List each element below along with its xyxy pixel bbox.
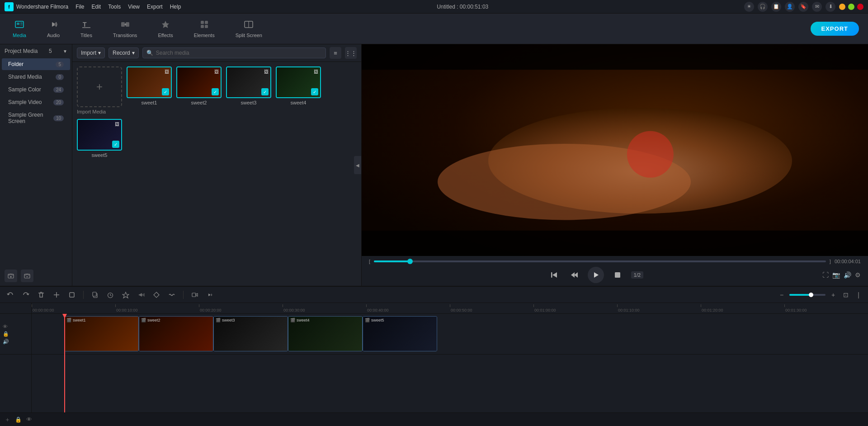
- zoom-out-button[interactable]: −: [777, 290, 787, 300]
- toolbar-split-screen[interactable]: Split Screen: [232, 18, 266, 40]
- track-add-audio[interactable]: [204, 289, 216, 301]
- elements-label: Elements: [194, 33, 215, 38]
- menu-help[interactable]: Help: [170, 4, 181, 10]
- project-media-count: 5: [49, 48, 52, 54]
- media-name-sweet3: sweet3: [241, 100, 257, 105]
- timer-button[interactable]: [104, 289, 116, 301]
- fit-zoom-button[interactable]: ⊡: [841, 290, 851, 300]
- progress-handle[interactable]: [407, 259, 413, 264]
- search-input[interactable]: [156, 50, 322, 56]
- lock-icon[interactable]: 🔒: [15, 417, 22, 423]
- maximize-button[interactable]: [848, 4, 854, 10]
- headphone-icon[interactable]: 🎧: [758, 2, 768, 12]
- add-folder-button[interactable]: [5, 270, 17, 282]
- project-media-header[interactable]: Project Media 5 ▼: [0, 44, 72, 58]
- clip-sweet4[interactable]: 🎬 sweet4: [288, 316, 363, 351]
- mail-icon[interactable]: ✉: [812, 2, 822, 12]
- ruler-mark: 00:01:00:00: [533, 304, 617, 312]
- sidebar-item-shared-media[interactable]: Shared Media 0: [2, 71, 70, 83]
- sample-color-count: 24: [53, 87, 64, 93]
- time-left-bracket: [: [369, 259, 370, 264]
- track-labels: 👁 🔒 🔊: [0, 303, 32, 412]
- delete-button[interactable]: [35, 289, 47, 301]
- screenshot-icon[interactable]: 📷: [832, 271, 840, 279]
- toolbar-audio[interactable]: Audio: [43, 18, 63, 40]
- remove-folder-button[interactable]: [21, 270, 33, 282]
- toolbar-titles[interactable]: T Titles: [77, 18, 96, 40]
- toolbar-media[interactable]: Media: [9, 18, 30, 40]
- progress-bar[interactable]: [374, 260, 826, 262]
- add-track-icon[interactable]: ＋: [5, 416, 10, 424]
- menu-tools[interactable]: Tools: [108, 4, 121, 10]
- clip-label: sweet4: [297, 318, 310, 322]
- export-button[interactable]: EXPORT: [811, 22, 859, 36]
- crop-button[interactable]: [66, 289, 78, 301]
- keyframe-button[interactable]: [151, 289, 162, 301]
- download-icon[interactable]: ⬇: [826, 2, 835, 12]
- split-screen-icon: [244, 19, 254, 31]
- media-panel: Import ▾ Record ▾ 🔍 ≡ ⋮⋮ + Import Media: [72, 44, 362, 286]
- sidebar-footer: [0, 266, 72, 286]
- playhead[interactable]: [64, 314, 65, 412]
- media-item-sweet2[interactable]: 🖼 ✓ sweet2: [176, 66, 222, 114]
- media-item-sweet4[interactable]: 🖼 ✓ sweet4: [276, 66, 321, 114]
- track-eye-icon[interactable]: 👁: [3, 324, 9, 329]
- minimize-button[interactable]: [839, 4, 845, 10]
- cut-button[interactable]: [51, 289, 62, 301]
- sidebar-item-sample-video[interactable]: Sample Video 20: [2, 96, 70, 108]
- sidebar-item-sample-color[interactable]: Sample Color 24: [2, 84, 70, 95]
- speed-button[interactable]: [135, 289, 147, 301]
- zoom-reset-button[interactable]: |: [854, 290, 863, 300]
- magic-button[interactable]: [120, 289, 132, 301]
- menu-export[interactable]: Export: [147, 4, 163, 10]
- zoom-handle[interactable]: [809, 293, 813, 297]
- track-audio-icon[interactable]: 🔊: [3, 339, 9, 345]
- fullscreen-icon[interactable]: ⛶: [822, 271, 829, 279]
- redo-button[interactable]: [20, 289, 32, 301]
- clip-sweet1[interactable]: 🎬 sweet1: [64, 316, 139, 351]
- toolbar-transitions[interactable]: Transitions: [109, 18, 141, 40]
- zoom-slider[interactable]: [789, 294, 826, 296]
- media-item-sweet1[interactable]: 🖼 ✓ sweet1: [127, 66, 172, 114]
- media-item-sweet3[interactable]: 🖼 ✓ sweet3: [226, 66, 271, 114]
- track-add-video[interactable]: [189, 289, 201, 301]
- media-item-sweet5[interactable]: 🖼 ✓ sweet5: [77, 119, 122, 158]
- skip-back-button[interactable]: [548, 269, 561, 281]
- eye-bottom-icon[interactable]: 👁: [26, 416, 32, 423]
- toolbar-elements[interactable]: Elements: [190, 18, 218, 40]
- bookmark-icon[interactable]: 🔖: [798, 2, 808, 12]
- audio-edit-button[interactable]: [166, 289, 178, 301]
- menu-file[interactable]: File: [75, 4, 84, 10]
- close-button[interactable]: [857, 4, 863, 10]
- stop-button[interactable]: [611, 269, 624, 281]
- speed-selector[interactable]: 1/2: [631, 271, 643, 279]
- copy-button[interactable]: [89, 289, 101, 301]
- frame-back-button[interactable]: [568, 269, 580, 281]
- collapse-panel-button[interactable]: ◀: [354, 156, 361, 174]
- record-dropdown[interactable]: Record ▾: [108, 47, 139, 58]
- sidebar-item-sample-green-screen[interactable]: Sample Green Screen 10: [2, 109, 70, 127]
- menu-edit[interactable]: Edit: [92, 4, 101, 10]
- clip-video-icon: 🎬: [216, 318, 221, 322]
- filter-button[interactable]: ≡: [330, 47, 341, 59]
- toolbar-effects[interactable]: Effects: [154, 18, 176, 40]
- track-lock-icon[interactable]: 🔒: [3, 331, 9, 337]
- view-options-button[interactable]: ⋮⋮: [345, 47, 357, 59]
- menu-view[interactable]: View: [128, 4, 140, 10]
- sidebar-item-folder[interactable]: Folder 5: [2, 58, 70, 70]
- undo-button[interactable]: [5, 289, 16, 301]
- sun-icon[interactable]: ☀: [744, 2, 754, 12]
- import-dropdown[interactable]: Import ▾: [77, 47, 105, 58]
- clip-sweet5[interactable]: 🎬 sweet5: [363, 316, 437, 351]
- user-icon[interactable]: 👤: [785, 2, 795, 12]
- import-media-button[interactable]: +: [77, 66, 122, 107]
- svg-rect-11: [201, 21, 204, 24]
- clip-sweet2[interactable]: 🎬 sweet2: [139, 316, 213, 351]
- chevron-down-icon: ▼: [63, 49, 67, 54]
- play-button[interactable]: [588, 267, 604, 283]
- settings-icon[interactable]: ⚙: [855, 271, 861, 279]
- clip-sweet3[interactable]: 🎬 sweet3: [213, 316, 288, 351]
- zoom-in-button[interactable]: +: [828, 290, 838, 300]
- volume-icon[interactable]: 🔊: [844, 271, 851, 279]
- clipboard-icon[interactable]: 📋: [771, 2, 781, 12]
